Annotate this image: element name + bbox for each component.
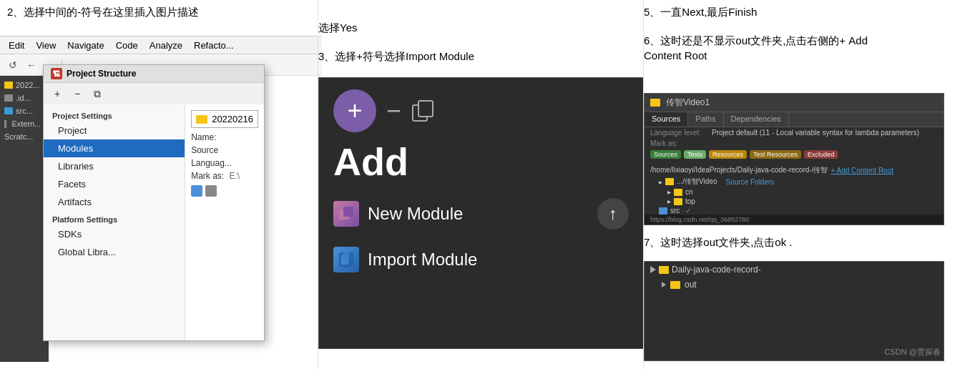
tab-sources[interactable]: Sources: [645, 112, 688, 127]
project-tree: 2022... .id... src... ▌ Extern... Scratc…: [0, 76, 49, 362]
folder-icon-video: [665, 178, 674, 185]
popup-toolbar: + − ⧉: [44, 83, 264, 104]
menu-refactor[interactable]: Refacto...: [194, 40, 234, 51]
expand-icon: [650, 266, 656, 273]
folder-icon-cn: [674, 189, 682, 196]
popup-body: Project Settings Project Modules Librari…: [44, 104, 264, 340]
tree-item-scratch[interactable]: Scratc...: [0, 130, 49, 143]
platform-settings-label: Platform Settings: [44, 211, 185, 225]
menu-navigate[interactable]: Navigate: [67, 40, 104, 51]
tab-paths[interactable]: Paths: [688, 112, 723, 127]
check-mark: ✓: [685, 207, 691, 215]
choose-yes-label: 选择Yes: [318, 21, 357, 35]
popup-plus-button[interactable]: +: [49, 86, 65, 102]
arrow-up-button[interactable]: ↑: [597, 198, 629, 230]
folder-icon-id: [4, 94, 13, 102]
bottom-tree-row-out: out: [645, 277, 944, 292]
nav-modules[interactable]: Modules: [44, 139, 185, 157]
divider-right: [643, 0, 644, 369]
badge-test-resources: Test Resources: [750, 150, 801, 159]
tab-dependencies[interactable]: Dependencies: [724, 112, 789, 127]
popup-titlebar-icon: 🏗: [51, 68, 62, 79]
menu-code[interactable]: Code: [116, 40, 138, 51]
badge-resources: Resources: [709, 150, 747, 159]
nav-sdks[interactable]: SDKs: [44, 225, 185, 243]
nav-global-libs[interactable]: Global Libra...: [44, 243, 185, 261]
folder-blue-icon: [191, 185, 202, 197]
nav-project[interactable]: Project: [44, 122, 185, 139]
ide-screenshot: + − Add New Module ↑: [318, 77, 644, 349]
tree-item-extern[interactable]: ▌ Extern...: [0, 117, 49, 130]
left-section: 2、选择中间的-符号在这里插入图片描述 Edit View Navigate C…: [0, 0, 322, 369]
step-3-label: 3、选择+符号选择Import Module: [318, 50, 474, 64]
bottom-folder-out-icon: [670, 281, 680, 289]
menu-edit[interactable]: Edit: [9, 40, 24, 51]
step-7-label: 7、这时选择out文件夹,点击ok .: [644, 236, 793, 250]
name-field-label: Name:: [191, 132, 258, 142]
nav-facets[interactable]: Facets: [44, 175, 185, 193]
expand-icon-sm: [662, 282, 666, 287]
menu-analyze[interactable]: Analyze: [150, 40, 182, 51]
nav-artifacts[interactable]: Artifacts: [44, 193, 185, 211]
plus-circle-button[interactable]: +: [333, 89, 376, 132]
popup-copy-button[interactable]: ⧉: [89, 86, 105, 102]
menu-view[interactable]: View: [36, 40, 56, 51]
ide-menubar: Edit View Navigate Code Analyze Refacto.…: [0, 36, 322, 54]
folder-icon-src: [4, 107, 13, 114]
right-section: 5、一直Next,最后Finish 6、这时还是不显示out文件夹,点击右侧的+…: [644, 0, 980, 369]
popup-nav: Project Settings Project Modules Librari…: [44, 104, 185, 340]
folder-icon-src-blue: [659, 207, 667, 215]
add-text-label: Add: [319, 139, 643, 191]
tree-row-folder: ▸ .../传智Video Source Folders: [650, 176, 938, 187]
language-level-row: Language level: Project default (11 - Lo…: [645, 127, 944, 138]
tree-section: /home/lixiaoyi/IdeaProjects/Daily-java-c…: [645, 162, 944, 218]
folder-name: 20220216: [212, 114, 253, 124]
refresh-button[interactable]: ↺: [6, 58, 20, 72]
tree-row-path: /home/lixiaoyi/IdeaProjects/Daily-java-c…: [650, 164, 938, 176]
step-5-label: 5、一直Next,最后Finish: [644, 6, 757, 19]
new-module-button[interactable]: New Module ↑: [319, 191, 643, 237]
minus-circle-button[interactable]: −: [386, 96, 401, 126]
tree-row-top-sub: ▸ top: [650, 197, 938, 206]
folder-icon-top: [674, 198, 682, 205]
step-6-label: 6、这时还是不显示out文件夹,点击右侧的+ Add Content Root: [644, 33, 868, 63]
import-module-button[interactable]: Import Module: [319, 237, 643, 282]
back-button[interactable]: ←: [24, 58, 39, 72]
popup-titlebar: 🏗 Project Structure: [44, 65, 264, 83]
badge-tests: Tests: [684, 150, 706, 159]
popup-title: Project Structure: [67, 69, 136, 79]
tree-item-src[interactable]: src...: [0, 104, 49, 117]
language-level-label: Language level:: [650, 129, 707, 137]
copy-button-dark[interactable]: [411, 99, 434, 122]
new-module-icon: [333, 201, 359, 227]
folder-icon-project: [4, 82, 13, 89]
nav-libraries[interactable]: Libraries: [44, 157, 185, 175]
out-folder-label: out: [685, 280, 697, 290]
new-module-text: New Module: [368, 204, 463, 224]
bottom-folder-icon: [659, 266, 669, 274]
middle-section: 选择Yes 3、选择+符号选择Import Module + − Add: [318, 0, 644, 369]
mark-as-field-label: Mark as: E:\: [191, 171, 258, 181]
tree-item-project[interactable]: 2022...: [0, 79, 49, 92]
bottom-tree-label: Daily-java-code-record-: [672, 265, 761, 275]
project-settings-label: Project Settings: [44, 109, 185, 122]
tree-item-id[interactable]: .id...: [0, 92, 49, 104]
ide-settings-screenshot: 传智Video1 Sources Paths Dependencies Lang…: [644, 93, 944, 225]
language-field-label: Languag...: [191, 158, 258, 168]
step-2-label: 2、选择中间的-符号在这里插入图片描述: [7, 6, 199, 19]
mark-badges: Sources Tests Resources Test Resources E…: [645, 149, 944, 162]
folder-grey-icon: [205, 185, 217, 197]
popup-content: 20220216 Name: Source Languag... Mark as…: [185, 104, 264, 340]
settings-tabs: Sources Paths Dependencies: [645, 112, 944, 127]
badge-sources: Sources: [650, 150, 681, 159]
add-content-root-link[interactable]: + Add Content Root: [830, 167, 893, 174]
csdn-watermark: CSDN @贾探春: [885, 347, 941, 358]
popup-minus-button[interactable]: −: [69, 86, 85, 102]
svg-rect-3: [343, 207, 353, 217]
mark-as-label-row: Mark as:: [645, 138, 944, 149]
svg-rect-6: [343, 252, 349, 262]
folder-icon: [196, 115, 207, 124]
tree-row-src-sub: ▸ cn: [650, 187, 938, 197]
project-structure-popup: 🏗 Project Structure + − ⧉ Project Settin…: [43, 64, 265, 341]
language-level-value: Project default (11 - Local variable syn…: [712, 129, 919, 137]
